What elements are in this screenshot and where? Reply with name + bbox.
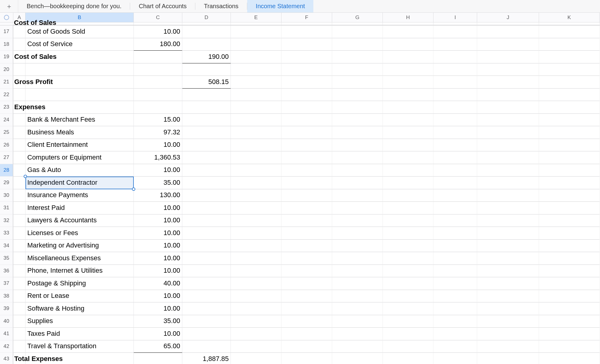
cell[interactable] [433,164,477,177]
cell[interactable]: 10.00 [134,328,182,340]
row-header[interactable]: 23 [0,101,13,114]
cell[interactable] [383,189,433,202]
cell[interactable] [383,315,433,328]
cell[interactable] [383,139,433,152]
cell[interactable] [231,89,281,101]
cell[interactable] [332,76,383,89]
cell[interactable] [182,277,231,290]
cell[interactable] [281,89,332,101]
column-header[interactable]: F [281,13,332,22]
cell[interactable] [182,214,231,227]
row-header[interactable]: 21 [0,76,13,89]
cell[interactable] [477,51,539,63]
row-header[interactable]: 18 [0,38,13,51]
cell[interactable] [477,353,539,364]
cell[interactable]: Software & Hosting [25,302,134,315]
cell[interactable] [383,202,433,214]
cell[interactable]: Cost of Goods Sold [25,25,134,38]
cell[interactable] [539,252,600,265]
cell[interactable] [13,63,25,76]
cell[interactable] [281,265,332,278]
cell[interactable] [25,89,134,101]
cell[interactable] [13,277,25,290]
cell[interactable] [182,202,231,214]
cell[interactable] [383,151,433,164]
cell[interactable] [433,302,477,315]
cell[interactable] [433,139,477,152]
cell[interactable] [182,63,231,76]
row-header[interactable]: 43 [0,353,13,364]
cell[interactable]: Client Entertainment [25,139,134,152]
sheet-tab-chart-of-accounts[interactable]: Chart of Accounts [130,0,195,12]
cell[interactable]: Bank & Merchant Fees [25,114,134,126]
cell[interactable]: 10.00 [134,202,182,214]
cell[interactable] [134,101,182,114]
cell[interactable] [182,252,231,265]
cell[interactable] [332,63,383,76]
cell[interactable] [539,126,600,139]
cell[interactable]: 10.00 [134,265,182,278]
cell[interactable] [477,340,539,353]
cell[interactable] [477,290,539,303]
cell[interactable]: 10.00 [134,252,182,265]
cell[interactable] [539,265,600,278]
cell[interactable]: 40.00 [134,277,182,290]
cell[interactable] [383,101,433,114]
cell[interactable] [477,151,539,164]
cell[interactable]: 65.00 [134,340,182,353]
cell[interactable] [383,38,433,51]
cell[interactable] [13,265,25,278]
cell[interactable] [182,126,231,139]
cell[interactable] [477,114,539,126]
cell[interactable] [281,76,332,89]
cell[interactable] [231,353,281,364]
grid-body[interactable]: A B C D E F G H I J K Cost of Sales [13,13,600,364]
cell[interactable] [231,126,281,139]
cell[interactable] [477,164,539,177]
cell[interactable] [477,240,539,252]
cell[interactable] [433,353,477,364]
cell[interactable] [231,302,281,315]
cell[interactable] [383,240,433,252]
cell[interactable] [281,202,332,214]
cell[interactable] [281,328,332,340]
cell[interactable] [433,25,477,38]
cell[interactable] [539,25,600,38]
cell[interactable] [231,164,281,177]
cell[interactable] [231,114,281,126]
cell[interactable] [477,265,539,278]
cell[interactable] [182,328,231,340]
cell[interactable] [332,101,383,114]
cell[interactable] [281,25,332,38]
row-header[interactable]: 37 [0,277,13,290]
cell[interactable] [383,177,433,189]
cell[interactable] [13,114,25,126]
cell[interactable] [332,202,383,214]
row-header[interactable]: 31 [0,202,13,214]
row-header[interactable]: 35 [0,252,13,265]
cell[interactable] [231,290,281,303]
cell[interactable] [383,22,433,25]
cell[interactable] [281,277,332,290]
cell[interactable] [539,277,600,290]
cell[interactable]: 130.00 [134,189,182,202]
cell[interactable] [13,328,25,340]
cell[interactable] [231,214,281,227]
cell[interactable] [134,63,182,76]
row-header[interactable]: 38 [0,290,13,303]
cell[interactable] [539,89,600,101]
cell[interactable]: Miscellaneous Expenses [25,252,134,265]
cell[interactable] [477,89,539,101]
cell[interactable]: 190.00 [182,51,231,63]
cell[interactable] [281,315,332,328]
cell[interactable] [332,126,383,139]
column-header[interactable]: C [134,13,182,22]
cell[interactable] [477,25,539,38]
cell[interactable] [182,25,231,38]
cell[interactable] [281,63,332,76]
cell[interactable] [134,22,182,25]
cell[interactable] [182,240,231,252]
row-header[interactable]: 32 [0,214,13,227]
cell[interactable] [231,252,281,265]
column-header[interactable]: J [477,13,539,22]
